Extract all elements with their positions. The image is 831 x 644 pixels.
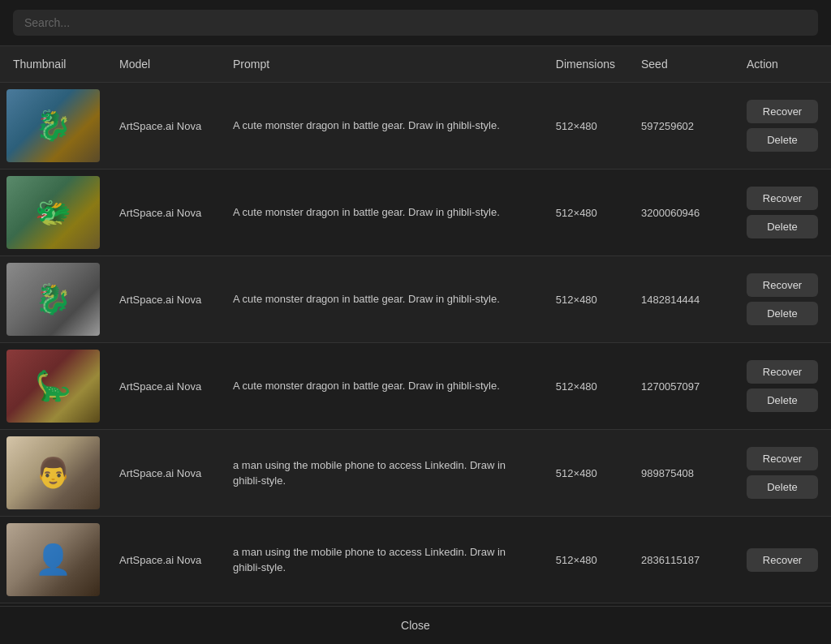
- action-cell: RecoverDelete: [734, 256, 831, 343]
- thumbnail-image: 🐉: [6, 89, 100, 162]
- dimensions-cell: 512×480: [543, 430, 628, 517]
- seed-cell: 3200060946: [628, 170, 734, 256]
- recover-button-1[interactable]: Recover: [747, 100, 818, 123]
- thumbnail-image: 👨: [6, 436, 100, 509]
- search-bar-container: [0, 0, 831, 46]
- delete-button-3[interactable]: Delete: [747, 302, 818, 325]
- action-buttons-container: RecoverDelete: [747, 187, 818, 238]
- prompt-cell: a man using the mobile phone to access L…: [220, 430, 543, 517]
- table-header-row: Thumbnail Model Prompt Dimensions Seed A…: [0, 46, 831, 83]
- recover-button-3[interactable]: Recover: [747, 273, 818, 297]
- action-buttons-container: RecoverDelete: [747, 447, 818, 499]
- thumbnail-image: 👤: [6, 523, 100, 596]
- recover-button-2[interactable]: Recover: [747, 187, 818, 210]
- dimensions-cell: 512×480: [543, 517, 628, 603]
- model-cell: ArtSpace.ai Nova: [106, 343, 220, 430]
- close-button[interactable]: Close: [401, 619, 430, 632]
- prompt-cell: A cute monster dragon in battle gear. Dr…: [220, 343, 543, 430]
- seed-cell: 2836115187: [628, 517, 734, 603]
- table-row: 👨ArtSpace.ai Novaa man using the mobile …: [0, 430, 831, 517]
- prompt-cell: A cute monster dragon in battle gear. Dr…: [220, 256, 543, 343]
- thumbnail-cell: 🐉: [0, 256, 106, 343]
- action-buttons-container: RecoverDelete: [747, 273, 818, 325]
- seed-cell: 1482814444: [628, 256, 734, 343]
- col-header-dimensions: Dimensions: [543, 46, 628, 83]
- thumbnail-cell: 👨: [0, 430, 106, 517]
- delete-button-2[interactable]: Delete: [747, 215, 818, 238]
- thumbnail-cell: 👤: [0, 517, 106, 603]
- dimensions-cell: 512×480: [543, 256, 628, 343]
- col-header-prompt: Prompt: [220, 46, 543, 83]
- delete-button-1[interactable]: Delete: [747, 128, 818, 152]
- prompt-cell: a man using the mobile phone to access L…: [220, 517, 543, 603]
- thumbnail-cell: 🦕: [0, 343, 106, 430]
- table-row: 🦕ArtSpace.ai NovaA cute monster dragon i…: [0, 343, 831, 430]
- model-cell: ArtSpace.ai Nova: [106, 83, 220, 170]
- thumbnail-image: 🐲: [6, 176, 100, 249]
- action-buttons-container: RecoverDelete: [747, 360, 818, 412]
- thumbnail-cell: 🐲: [0, 170, 106, 256]
- col-header-seed: Seed: [628, 46, 734, 83]
- table-row: 🐉ArtSpace.ai NovaA cute monster dragon i…: [0, 83, 831, 170]
- search-input[interactable]: [13, 10, 818, 36]
- main-table: Thumbnail Model Prompt Dimensions Seed A…: [0, 46, 831, 603]
- table-container: Thumbnail Model Prompt Dimensions Seed A…: [0, 46, 831, 606]
- dimensions-cell: 512×480: [543, 170, 628, 256]
- dimensions-cell: 512×480: [543, 343, 628, 430]
- recover-button-5[interactable]: Recover: [747, 447, 818, 470]
- delete-button-4[interactable]: Delete: [747, 389, 818, 412]
- footer-bar: Close: [0, 606, 831, 644]
- table-row: 👤ArtSpace.ai Novaa man using the mobile …: [0, 517, 831, 603]
- col-header-thumbnail: Thumbnail: [0, 46, 106, 83]
- thumbnail-cell: 🐉: [0, 83, 106, 170]
- model-cell: ArtSpace.ai Nova: [106, 517, 220, 603]
- seed-cell: 989875408: [628, 430, 734, 517]
- action-cell: RecoverDelete: [734, 343, 831, 430]
- action-cell: RecoverDelete: [734, 83, 831, 170]
- recover-button-6[interactable]: Recover: [747, 548, 818, 572]
- thumbnail-image: 🐉: [6, 263, 100, 336]
- table-row: 🐉ArtSpace.ai NovaA cute monster dragon i…: [0, 256, 831, 343]
- recover-button-4[interactable]: Recover: [747, 360, 818, 384]
- action-cell: Recover: [734, 517, 831, 603]
- dimensions-cell: 512×480: [543, 83, 628, 170]
- model-cell: ArtSpace.ai Nova: [106, 430, 220, 517]
- delete-button-5[interactable]: Delete: [747, 475, 818, 499]
- prompt-cell: A cute monster dragon in battle gear. Dr…: [220, 83, 543, 170]
- action-cell: RecoverDelete: [734, 170, 831, 256]
- action-buttons-container: RecoverDelete: [747, 100, 818, 152]
- model-cell: ArtSpace.ai Nova: [106, 256, 220, 343]
- col-header-model: Model: [106, 46, 220, 83]
- prompt-cell: A cute monster dragon in battle gear. Dr…: [220, 170, 543, 256]
- table-row: 🐲ArtSpace.ai NovaA cute monster dragon i…: [0, 170, 831, 256]
- model-cell: ArtSpace.ai Nova: [106, 170, 220, 256]
- thumbnail-image: 🦕: [6, 350, 100, 423]
- action-cell: RecoverDelete: [734, 430, 831, 517]
- col-header-action: Action: [734, 46, 831, 83]
- seed-cell: 597259602: [628, 83, 734, 170]
- action-buttons-container: Recover: [747, 548, 818, 572]
- seed-cell: 1270057097: [628, 343, 734, 430]
